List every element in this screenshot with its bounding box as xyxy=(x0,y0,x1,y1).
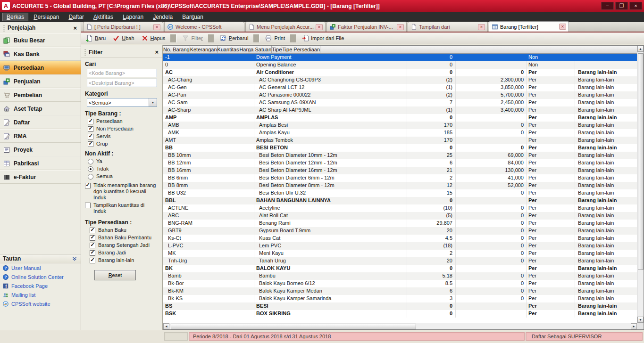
checkbox-option[interactable]: Barang Setengah Jadi xyxy=(90,242,162,248)
external-link[interactable]: Mailing list xyxy=(0,290,81,299)
sidebar-item[interactable]: Pabrikasi xyxy=(0,156,81,170)
sidebar-item[interactable]: Persediaan xyxy=(0,61,81,74)
tab-close-icon[interactable]: × xyxy=(316,24,323,30)
table-row[interactable]: AC-Gen AC General LCT 12 (1) 3,850,000 P… xyxy=(163,84,637,91)
table-row[interactable]: BNG-RAM Benang Rami 29.807 0 Per Barang … xyxy=(163,220,637,227)
table-row[interactable]: AMP AMPLAS 0 Per Barang lain-lain xyxy=(163,114,637,122)
table-row[interactable]: BB 16mm Besi Beton Diameter 16mm - 12m 2… xyxy=(163,167,637,174)
column-header[interactable]: Harga Satuan xyxy=(239,46,272,53)
table-row[interactable]: BS BESI 0 Per Barang lain-lain xyxy=(163,302,637,310)
sidebar-item[interactable]: Daftar xyxy=(0,115,81,129)
column-header[interactable]: No. Barang xyxy=(163,46,190,53)
table-row[interactable]: AC-Sharp AC Sharp AH-AP9JML (1) 3,400,00… xyxy=(163,106,637,114)
checkbox[interactable] xyxy=(88,119,93,124)
external-link[interactable]: ? Online Solution Center xyxy=(0,272,81,281)
minimize-button[interactable]: − xyxy=(601,2,614,10)
external-link[interactable]: f Facebook Page xyxy=(0,281,81,290)
grip-handle-icon[interactable] xyxy=(84,49,86,56)
checkbox[interactable] xyxy=(90,235,95,241)
item-code-input[interactable] xyxy=(87,69,157,77)
table-row[interactable]: BB 6mm Besi Beton Diameter 6mm - 12m 2 4… xyxy=(163,174,637,182)
sidebar-item[interactable]: Buku Besar xyxy=(0,33,81,47)
tab-close-icon[interactable]: × xyxy=(559,24,566,30)
filter-close-icon[interactable]: × xyxy=(154,49,159,56)
close-button[interactable]: × xyxy=(629,2,642,10)
menu-item[interactable]: Berkas xyxy=(2,13,28,21)
chevron-down-icon[interactable]: ▼ xyxy=(149,98,157,106)
checkbox[interactable] xyxy=(90,250,95,256)
tab[interactable]: Barang [Terfilter] × xyxy=(489,21,569,32)
toolbar-button[interactable]: Hapus xyxy=(138,33,168,43)
checkbox[interactable] xyxy=(88,141,93,147)
sidebar-item[interactable]: Penjualan xyxy=(0,74,81,88)
table-row[interactable]: Bk-KS Balok Kayu Kamper Samarinda 3 0 Pe… xyxy=(163,295,637,302)
table-row[interactable]: BBL BAHAN BANGUNAN LAINNYA 0 Per Barang … xyxy=(163,197,637,204)
checkbox[interactable] xyxy=(90,228,95,233)
sidebar-item[interactable]: Proyek xyxy=(0,143,81,156)
table-row[interactable]: BB BESI BETON 0 0 Per Barang lain-lain xyxy=(163,144,637,152)
menu-item[interactable]: Jendela xyxy=(149,13,177,21)
table-row[interactable]: AC-Pan AC Panasonic 000022 (2) 5,700,000… xyxy=(163,91,637,99)
external-link[interactable]: ? User Manual xyxy=(0,263,81,272)
table-row[interactable]: 0 Opening Balance 0 Non xyxy=(163,61,637,69)
table-row[interactable]: MK Meni Kayu 2 0 Per Barang lain-lain xyxy=(163,250,637,257)
table-row[interactable]: L-PVC Lem PVC (18) 0 Per Barang lain-lai… xyxy=(163,242,637,250)
tab-close-icon[interactable]: × xyxy=(478,24,485,30)
checkbox[interactable] xyxy=(85,183,91,188)
explorer-close-icon[interactable]: × xyxy=(72,24,78,32)
table-row[interactable]: AMT Amplas Tembok 170 Per Barang lain-la… xyxy=(163,137,637,144)
toolbar-button[interactable] xyxy=(253,34,259,42)
table-row[interactable]: ACTLNE Acetyline (10) 0 Per Barang lain-… xyxy=(163,204,637,212)
menu-item[interactable]: Bantuan xyxy=(178,13,208,21)
table-row[interactable]: BB 8mm Besi Beton Diameter 8mm - 12m 12 … xyxy=(163,182,637,189)
table-row[interactable]: BK BALOK KAYU 0 Per Barang lain-lain xyxy=(163,265,637,272)
external-link[interactable]: e CPSSoft website xyxy=(0,299,81,308)
column-header[interactable]: Keterangan xyxy=(190,46,217,53)
tab-close-icon[interactable]: × xyxy=(397,24,404,30)
radio-option[interactable]: Tidak xyxy=(88,166,162,172)
toolbar-button[interactable]: Filter xyxy=(179,33,205,43)
table-row[interactable]: AC-Chang AC Changhong CS-C09P3 (2) 2,300… xyxy=(163,76,637,84)
menu-item[interactable]: Laporan xyxy=(118,13,148,21)
checkbox-option[interactable]: Non Persediaan xyxy=(88,126,162,132)
sidebar-item[interactable]: Aset Tetap xyxy=(0,102,81,115)
menu-item[interactable]: Persiapan xyxy=(29,13,63,21)
tab[interactable]: Menu Penjelajah Accur... × xyxy=(245,22,326,32)
table-row[interactable]: BSK BOX SIKRING 0 Per Barang lain-lain xyxy=(163,310,637,318)
toolbar-button[interactable]: Print xyxy=(262,33,288,43)
scroll-right-icon[interactable]: ► xyxy=(631,323,637,329)
column-header[interactable]: Kuantitas xyxy=(217,46,240,53)
table-row[interactable]: Ks-Ct Kuas Cat 4.5 0 Per Barang lain-lai… xyxy=(163,235,637,242)
table-row[interactable]: AC Air Conditioner 0 0 Per Barang lain-l… xyxy=(163,69,637,76)
toolbar-button[interactable] xyxy=(170,34,176,42)
category-select[interactable]: <Semua> ▼ xyxy=(87,98,157,107)
tab[interactable]: e Welcome - CPSSoft × xyxy=(164,22,244,32)
table-row[interactable]: AMB Amplas Besi 170 0 Per Barang lain-la… xyxy=(163,122,637,129)
tab[interactable]: Tampilan dari × xyxy=(408,22,488,32)
toolbar-button[interactable] xyxy=(208,34,214,42)
sidebar-item[interactable]: Pembelian xyxy=(0,88,81,102)
checkbox[interactable] xyxy=(90,243,95,248)
tab[interactable]: [ Perlu Diperbarui ! ] × xyxy=(83,22,163,32)
checkbox-option[interactable]: Barang lain-lain xyxy=(90,257,162,263)
checkbox[interactable] xyxy=(88,134,93,139)
checkbox-option[interactable]: Tidak menampilkan barang dgn kuantitas 0… xyxy=(85,182,162,201)
table-row[interactable]: BB U32 Besi Beton Ulir U.32 15 0 Per Bar… xyxy=(163,189,637,197)
vertical-scroll-thumb[interactable] xyxy=(638,53,644,270)
scroll-down-icon[interactable]: ▼ xyxy=(637,317,644,323)
checkbox-option[interactable]: Bahan Baku Pembantu xyxy=(90,235,162,241)
reset-button[interactable]: Reset xyxy=(94,270,136,280)
radio-button[interactable] xyxy=(88,174,93,180)
radio-option[interactable]: Ya xyxy=(88,158,162,164)
checkbox-option[interactable]: Barang Jadi xyxy=(90,250,162,256)
menu-item[interactable]: Aktifitas xyxy=(89,13,117,21)
table-row[interactable]: BB 10mm Besi Beton Diameter 10mm - 12m 2… xyxy=(163,152,637,159)
table-row[interactable]: Bamb Bambu 5.18 0 Per Barang lain-lain xyxy=(163,272,637,280)
item-description-input[interactable] xyxy=(87,79,157,87)
checkbox-option[interactable]: Bahan Baku xyxy=(90,227,162,233)
toolbar-button[interactable]: Baru xyxy=(83,33,109,43)
menu-item[interactable]: Daftar xyxy=(64,13,88,21)
table-row[interactable]: Bk-KM Balok Kayu Kamper Medan 6 0 Per Ba… xyxy=(163,287,637,295)
checkbox-option[interactable]: Persediaan xyxy=(88,118,162,124)
table-row[interactable]: BB 12mm Besi Beton Diameter 12mm - 12m 6… xyxy=(163,159,637,167)
